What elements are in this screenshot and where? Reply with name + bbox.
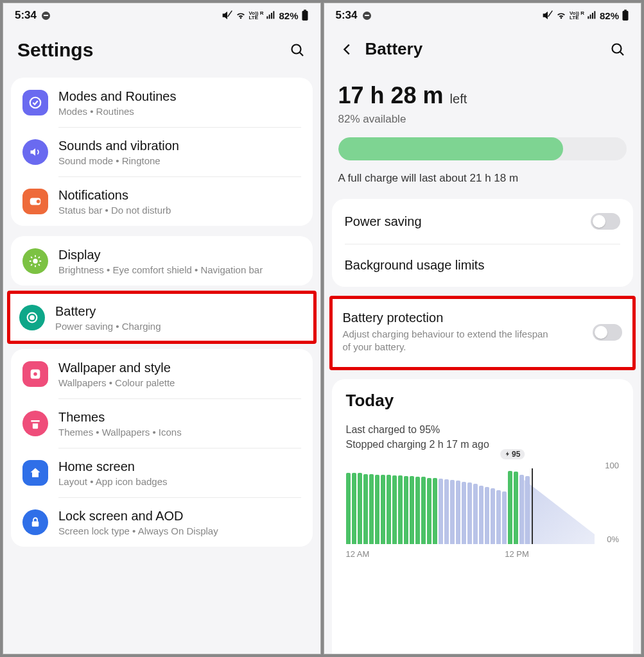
svg-rect-32 — [624, 10, 627, 11]
time-left-suffix: left — [450, 92, 467, 107]
wallpaper-icon — [22, 361, 48, 387]
row-background-usage[interactable]: Background usage limits — [332, 244, 634, 287]
signal-icon — [266, 10, 276, 21]
row-power-saving[interactable]: Power saving — [332, 199, 634, 244]
svg-rect-25 — [32, 521, 39, 526]
row-title: Battery — [55, 303, 304, 320]
y-tick-top: 100 — [605, 461, 619, 470]
row-sub: Brightness • Eye comfort shield • Naviga… — [58, 264, 301, 275]
search-button[interactable] — [288, 41, 306, 59]
svg-point-22 — [30, 316, 34, 320]
chart-bar-charging — [433, 478, 437, 544]
row-title: Modes and Routines — [58, 88, 301, 105]
row-title: Display — [58, 246, 301, 263]
search-button[interactable] — [609, 40, 627, 58]
mute-icon — [543, 10, 553, 21]
row-sounds-vibration[interactable]: Sounds and vibration Sound mode • Ringto… — [11, 127, 313, 176]
chart-bar-charging — [363, 474, 368, 544]
row-themes[interactable]: Themes Themes • Wallpapers • Icons — [11, 398, 313, 448]
battery-summary: 17 h 28 m left 82% available A full char… — [324, 71, 641, 194]
x-tick-1: 12 PM — [460, 549, 619, 559]
settings-group: Display Brightness • Eye comfort shield … — [11, 236, 313, 286]
svg-rect-31 — [623, 11, 629, 21]
header: Settings — [3, 28, 320, 73]
battery-chart[interactable]: 95 100 0% — [346, 461, 620, 544]
battery-bar — [338, 137, 627, 160]
status-icons: Vo)) RLTE 82% — [222, 10, 309, 21]
svg-rect-2 — [269, 15, 270, 19]
row-sub: Sound mode • Ringtone — [58, 155, 301, 166]
svg-line-8 — [299, 53, 302, 56]
volte-icon: Vo)) RLTE — [570, 11, 584, 20]
chart-bar-discharging — [462, 482, 466, 544]
battery-protection-toggle[interactable] — [593, 324, 622, 341]
status-battery-pct: 82% — [279, 10, 298, 21]
status-time: 5:34 — [15, 9, 37, 22]
chart-bar-charging — [346, 473, 351, 543]
row-lock-screen[interactable]: Lock screen and AOD Screen lock type • A… — [11, 497, 313, 547]
today-title: Today — [346, 391, 620, 411]
row-sub: Status bar • Do not disturb — [58, 205, 301, 216]
svg-rect-29 — [592, 13, 593, 19]
chart-bar-charging — [392, 475, 397, 544]
row-wallpaper[interactable]: Wallpaper and style Wallpapers • Colour … — [11, 349, 313, 398]
battery-bar-fill — [338, 137, 564, 160]
chart-bar-discharging — [479, 486, 483, 544]
svg-line-0 — [227, 11, 232, 17]
row-title: Battery protection — [343, 311, 555, 325]
row-title: Sounds and vibration — [58, 137, 301, 154]
power-saving-toggle[interactable] — [591, 213, 620, 230]
row-sub: Adjust charging behaviour to extend the … — [343, 328, 555, 354]
chart-bar-discharging — [485, 487, 489, 544]
row-title: Home screen — [58, 458, 301, 475]
lock-icon — [22, 509, 48, 535]
chart-bar-discharging — [473, 484, 478, 544]
svg-rect-5 — [302, 11, 308, 21]
chart-bar-discharging — [491, 488, 495, 543]
chevron-left-icon — [340, 42, 354, 56]
x-tick-0: 12 AM — [346, 549, 460, 559]
row-title: Lock screen and AOD — [58, 508, 301, 524]
svg-rect-28 — [590, 15, 591, 19]
last-charged: Last charged to 95% — [346, 422, 620, 437]
today-group: Today Last charged to 95% Stopped chargi… — [332, 379, 634, 654]
back-button[interactable] — [338, 40, 356, 58]
row-display[interactable]: Display Brightness • Eye comfort shield … — [11, 236, 313, 286]
search-icon — [610, 42, 625, 57]
y-tick-bot: 0% — [605, 534, 619, 544]
row-title: Themes — [58, 409, 301, 425]
row-title: Wallpaper and style — [58, 359, 301, 376]
chart-y-axis: 100 0% — [601, 461, 619, 544]
home-icon — [22, 460, 48, 486]
battery-options-group: Power saving Background usage limits — [332, 199, 634, 287]
row-home-screen[interactable]: Home screen Layout • App icon badges — [11, 448, 313, 497]
status-time: 5:34 — [336, 9, 358, 22]
chart-bar-charging — [358, 473, 362, 543]
battery-settings-icon — [19, 305, 45, 330]
chart-bar-charging — [381, 475, 385, 544]
dnd-icon — [42, 12, 50, 20]
status-battery-pct: 82% — [600, 10, 619, 21]
battery-available: 82% available — [338, 113, 627, 126]
chart-bar-discharging — [502, 491, 507, 544]
status-icons: Vo)) RLTE 82% — [543, 10, 629, 21]
svg-line-19 — [31, 264, 32, 265]
svg-rect-30 — [594, 11, 595, 19]
row-battery-protection[interactable]: Battery protection Adjust charging behav… — [333, 299, 633, 367]
svg-point-7 — [292, 45, 300, 54]
row-modes-routines[interactable]: Modes and Routines Modes • Routines — [11, 78, 313, 127]
wifi-icon — [235, 10, 247, 21]
settings-group: Wallpaper and style Wallpapers • Colour … — [11, 349, 313, 547]
page-title: Battery — [365, 39, 600, 59]
today-info: Last charged to 95% Stopped charging 2 h… — [346, 422, 620, 452]
row-notifications[interactable]: Notifications Status bar • Do not distur… — [11, 176, 313, 226]
svg-rect-27 — [587, 16, 589, 19]
chart-bar-charging — [369, 474, 374, 544]
row-battery[interactable]: Battery Power saving • Charging — [10, 294, 313, 341]
svg-line-18 — [39, 264, 40, 265]
row-title: Power saving — [345, 214, 422, 229]
modes-icon — [22, 90, 48, 115]
row-sub: Wallpapers • Colour palette — [58, 377, 301, 388]
svg-rect-3 — [271, 13, 272, 19]
svg-point-11 — [37, 200, 40, 203]
